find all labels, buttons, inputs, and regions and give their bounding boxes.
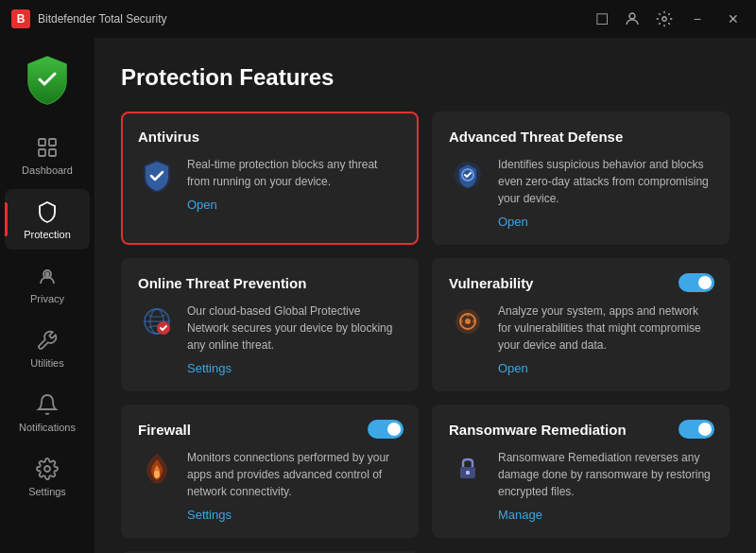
titlebar-controls: ☐ − ✕: [595, 9, 745, 28]
ransomware-icon: [449, 449, 487, 487]
otp-icon: [138, 302, 176, 340]
atd-title: Advanced Threat Defense: [449, 129, 713, 145]
svg-rect-2: [39, 139, 45, 146]
antivirus-title: Antivirus: [138, 129, 402, 145]
privacy-icon: [34, 263, 60, 289]
svg-point-19: [472, 320, 476, 323]
titlebar-left: B Bitdefender Total Security: [11, 9, 167, 28]
svg-point-17: [465, 319, 471, 324]
main-content: Protection Features Antivirus Real-time …: [94, 38, 756, 553]
user-icon[interactable]: ☐: [595, 10, 609, 28]
settings-icon[interactable]: [656, 10, 673, 27]
sidebar-item-utilities[interactable]: Utilities: [5, 318, 90, 378]
svg-rect-4: [39, 149, 45, 156]
svg-rect-3: [49, 139, 56, 146]
utilities-label: Utilities: [30, 357, 63, 369]
vulnerability-open-link[interactable]: Open: [498, 361, 528, 375]
minimize-button[interactable]: −: [688, 9, 707, 28]
otp-card[interactable]: Online Threat Prevention: [121, 258, 419, 391]
vulnerability-card[interactable]: Vulnerability Analyze your sys: [432, 258, 730, 391]
active-indicator: [5, 202, 8, 236]
sidebar: Dashboard Protection Privacy: [0, 38, 94, 553]
otp-body: Our cloud-based Global Protective Networ…: [138, 302, 402, 376]
protection-label: Protection: [24, 229, 71, 240]
ransomware-toggle[interactable]: [679, 420, 714, 439]
vulnerability-toggle[interactable]: [679, 273, 714, 292]
vulnerability-toggle-wrap[interactable]: [679, 273, 714, 292]
svg-rect-5: [49, 149, 56, 156]
notifications-icon: [34, 391, 60, 418]
ransomware-description: Ransomware Remediation reverses any dama…: [498, 449, 713, 500]
firewall-settings-link[interactable]: Settings: [187, 508, 232, 522]
user-icon[interactable]: [624, 10, 641, 27]
otp-settings-link[interactable]: Settings: [187, 361, 232, 375]
svg-point-7: [46, 273, 49, 276]
svg-point-0: [629, 13, 635, 19]
sidebar-item-dashboard[interactable]: Dashboard: [5, 125, 90, 185]
firewall-body: Monitors connections performed by your a…: [138, 449, 402, 523]
bd-logo: B: [11, 9, 30, 28]
ransomware-card[interactable]: Ransomware Remediation Ransomware Remedi…: [432, 405, 730, 538]
firewall-title: Firewall: [138, 422, 402, 438]
atd-body: Identifies suspicious behavior and block…: [449, 156, 713, 230]
atd-icon: [449, 156, 487, 194]
ransomware-toggle-wrap[interactable]: [679, 420, 714, 439]
ransomware-manage-link[interactable]: Manage: [498, 508, 542, 522]
app-body: Dashboard Protection Privacy: [0, 38, 756, 553]
settings-sidebar-icon: [34, 456, 60, 482]
settings-label: Settings: [28, 486, 66, 497]
firewall-card[interactable]: Firewall Monitors connections performed …: [121, 405, 419, 538]
firewall-toggle-wrap[interactable]: [368, 420, 404, 439]
feature-grid: Antivirus Real-time protection blocks an…: [121, 112, 730, 553]
atd-open-link[interactable]: Open: [498, 215, 528, 229]
svg-point-8: [44, 466, 50, 472]
sidebar-item-protection[interactable]: Protection: [5, 189, 90, 250]
privacy-label: Privacy: [30, 293, 64, 304]
sidebar-item-settings[interactable]: Settings: [5, 446, 90, 507]
antivirus-body: Real-time protection blocks any threat f…: [138, 156, 402, 213]
titlebar: B Bitdefender Total Security ☐ − ✕: [0, 0, 756, 38]
svg-point-1: [662, 17, 667, 22]
firewall-icon: [138, 449, 176, 487]
svg-point-20: [459, 320, 463, 323]
antivirus-description: Real-time protection blocks any threat f…: [187, 156, 402, 190]
utilities-icon: [34, 327, 60, 354]
close-button[interactable]: ✕: [722, 9, 745, 28]
app-title: Bitdefender Total Security: [38, 12, 167, 26]
ransomware-body: Ransomware Remediation reverses any dama…: [449, 449, 713, 523]
firewall-description: Monitors connections performed by your a…: [187, 449, 402, 500]
sidebar-item-notifications[interactable]: Notifications: [5, 382, 90, 442]
shield-logo-icon: [25, 55, 70, 106]
protection-icon: [34, 199, 60, 225]
svg-rect-23: [466, 471, 470, 475]
otp-description: Our cloud-based Global Protective Networ…: [187, 302, 402, 354]
atd-description: Identifies suspicious behavior and block…: [498, 156, 713, 207]
firewall-toggle[interactable]: [368, 420, 404, 439]
svg-point-18: [466, 313, 470, 317]
notifications-label: Notifications: [19, 422, 76, 433]
ransomware-title: Ransomware Remediation: [449, 422, 713, 438]
atd-card[interactable]: Advanced Threat Defense Identifies suspi…: [432, 112, 730, 245]
vulnerability-description: Analyze your system, apps and network fo…: [498, 302, 713, 354]
dashboard-icon: [34, 134, 60, 161]
sidebar-item-privacy[interactable]: Privacy: [5, 253, 90, 314]
antivirus-open-link[interactable]: Open: [187, 198, 217, 212]
otp-title: Online Threat Prevention: [138, 275, 402, 291]
vulnerability-body: Analyze your system, apps and network fo…: [449, 302, 713, 376]
dashboard-label: Dashboard: [22, 164, 73, 176]
page-title: Protection Features: [121, 64, 730, 91]
vulnerability-title: Vulnerability: [449, 275, 713, 291]
antivirus-icon: [138, 156, 176, 194]
svg-point-21: [154, 471, 160, 478]
vulnerability-icon: [449, 302, 487, 340]
antivirus-card[interactable]: Antivirus Real-time protection blocks an…: [121, 112, 419, 245]
sidebar-logo: [25, 55, 70, 106]
